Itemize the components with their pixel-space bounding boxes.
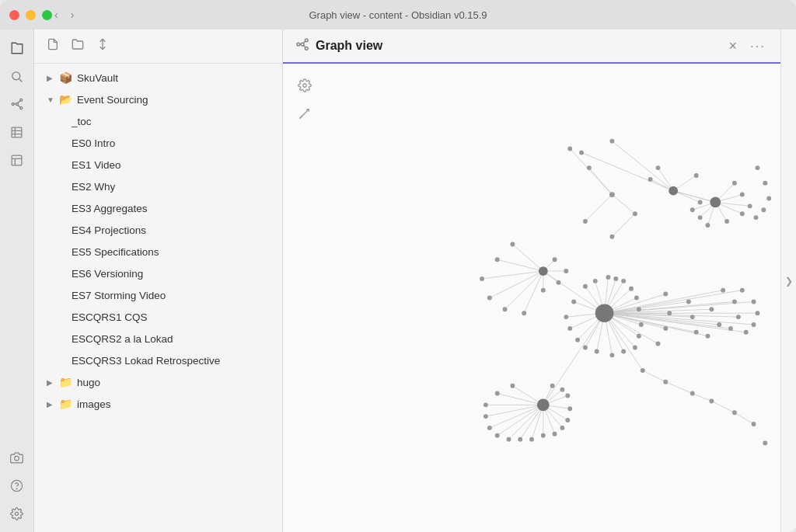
svg-line-124 — [673, 191, 715, 203]
svg-point-193 — [721, 288, 725, 293]
sidebar-item-toc[interactable]: _toc — [37, 110, 279, 132]
close-button[interactable] — [9, 10, 19, 20]
sidebar-item-label: ES5 Specifications — [72, 246, 279, 258]
sidebar-item-es7[interactable]: ES7 Storming Video — [37, 284, 279, 306]
search-icon[interactable] — [5, 64, 30, 89]
svg-point-177 — [629, 287, 634, 291]
sidebar-item-label: ES3 Aggregates — [72, 203, 279, 214]
table-icon[interactable] — [5, 120, 30, 144]
svg-point-220 — [752, 422, 756, 426]
svg-point-141 — [740, 211, 745, 216]
new-file-button[interactable] — [44, 35, 62, 57]
tag-icon[interactable] — [5, 148, 30, 172]
graph-settings-button[interactable] — [292, 73, 317, 98]
graph-visualization: .edge { stroke: #c8c8c8; stroke-width: 0… — [283, 64, 780, 532]
svg-point-166 — [567, 326, 572, 331]
sidebar-item-es4[interactable]: ES4 Projections — [37, 219, 279, 241]
sidebar-item-escqrs1[interactable]: ESCQRS1 CQS — [37, 306, 279, 328]
svg-point-132 — [609, 139, 614, 144]
sidebar-item-images[interactable]: 📁 images — [37, 393, 279, 415]
sidebar-item-es2[interactable]: ES2 Why — [37, 176, 279, 197]
svg-point-192 — [706, 334, 710, 339]
svg-line-120 — [693, 394, 712, 402]
back-button[interactable]: ‹ — [54, 9, 58, 21]
titlebar: ‹ › Graph view - content - Obsidian v0.1… — [0, 0, 796, 30]
sidebar-item-escqrs2[interactable]: ESCQRS2 a la Lokad — [37, 328, 279, 349]
panel-header: Graph view × ⋯ — [283, 30, 780, 64]
sidebar-item-es0[interactable]: ES0 Intro — [37, 132, 279, 154]
camera-icon[interactable] — [5, 445, 30, 470]
svg-point-3 — [19, 99, 22, 101]
sidebar-item-label: ESCQRS2 a la Lokad — [72, 333, 279, 345]
close-panel-button[interactable]: × — [725, 35, 740, 57]
svg-line-123 — [605, 313, 643, 370]
sidebar-item-es5[interactable]: ES5 Specifications — [37, 241, 279, 263]
svg-point-159 — [541, 288, 546, 293]
graph-wand-button[interactable] — [292, 101, 317, 126]
svg-point-183 — [663, 292, 668, 297]
svg-point-144 — [698, 215, 703, 220]
svg-line-53 — [482, 271, 543, 279]
graph-area[interactable]: .edge { stroke: #c8c8c8; stroke-width: 0… — [283, 64, 780, 532]
minimize-button[interactable] — [26, 10, 36, 20]
sidebar-item-event-sourcing[interactable]: 📂 Event Sourcing — [37, 89, 279, 110]
svg-point-129 — [609, 235, 614, 239]
svg-point-139 — [740, 193, 745, 197]
svg-point-16 — [15, 456, 19, 461]
window-controls — [9, 10, 52, 20]
more-options-button[interactable]: ⋯ — [746, 33, 768, 58]
svg-point-17 — [11, 480, 22, 491]
svg-point-188 — [690, 315, 695, 319]
svg-point-212 — [541, 433, 546, 438]
svg-point-135 — [694, 173, 699, 178]
svg-point-191 — [717, 322, 721, 327]
sidebar-item-skuvault[interactable]: 📦 SkuVault — [37, 67, 279, 89]
graph-icon[interactable] — [5, 92, 30, 116]
svg-point-204 — [495, 391, 500, 396]
svg-line-37 — [612, 141, 673, 191]
sort-button[interactable] — [93, 35, 112, 57]
folder-icon: 📦 — [59, 71, 72, 84]
svg-point-2 — [12, 103, 14, 106]
svg-point-162 — [553, 257, 557, 262]
sidebar-item-label: ES6 Versioning — [72, 268, 279, 280]
new-folder-button[interactable] — [68, 35, 87, 57]
svg-point-222 — [709, 398, 714, 403]
svg-line-95 — [605, 290, 742, 314]
help-icon[interactable] — [5, 473, 30, 498]
chevron-right-icon: ❯ — [785, 276, 793, 287]
sidebar-item-hugo[interactable]: 📁 hugo — [37, 371, 279, 393]
sidebar-item-es3[interactable]: ES3 Aggregates — [37, 197, 279, 219]
sidebar-item-label: Event Sourcing — [77, 94, 279, 106]
svg-point-184 — [667, 311, 672, 315]
svg-point-164 — [571, 299, 576, 304]
nav-buttons: ‹ › — [54, 9, 74, 21]
svg-line-1 — [19, 78, 23, 82]
sidebar-item-es6[interactable]: ES6 Versioning — [37, 263, 279, 284]
svg-line-8 — [17, 106, 19, 108]
svg-point-163 — [595, 304, 614, 322]
svg-point-213 — [553, 432, 557, 436]
forward-button[interactable]: › — [71, 9, 75, 21]
svg-point-128 — [633, 211, 637, 216]
svg-line-96 — [605, 301, 754, 313]
sidebar-item-escqrs3[interactable]: ESCQRS3 Lokad Retrospective — [37, 349, 279, 371]
svg-point-151 — [754, 215, 759, 220]
svg-line-7 — [17, 101, 19, 103]
svg-point-219 — [550, 384, 555, 388]
graph-panel-icon — [295, 37, 309, 54]
svg-line-55 — [505, 271, 543, 309]
settings-icon[interactable] — [5, 501, 30, 526]
svg-point-173 — [637, 334, 641, 339]
sidebar: 📦 SkuVault 📂 Event Sourcing _toc ES0 Int… — [34, 30, 283, 532]
right-collapse-button[interactable]: ❯ — [780, 30, 796, 532]
files-icon[interactable] — [5, 36, 30, 61]
maximize-button[interactable] — [42, 10, 52, 20]
sidebar-item-es1[interactable]: ES1 Video — [37, 154, 279, 176]
svg-point-217 — [565, 394, 570, 398]
svg-point-136 — [698, 200, 703, 204]
svg-point-208 — [495, 433, 500, 438]
panel-title: Graph view — [316, 39, 719, 53]
svg-point-181 — [593, 279, 598, 283]
svg-line-101 — [498, 394, 543, 405]
